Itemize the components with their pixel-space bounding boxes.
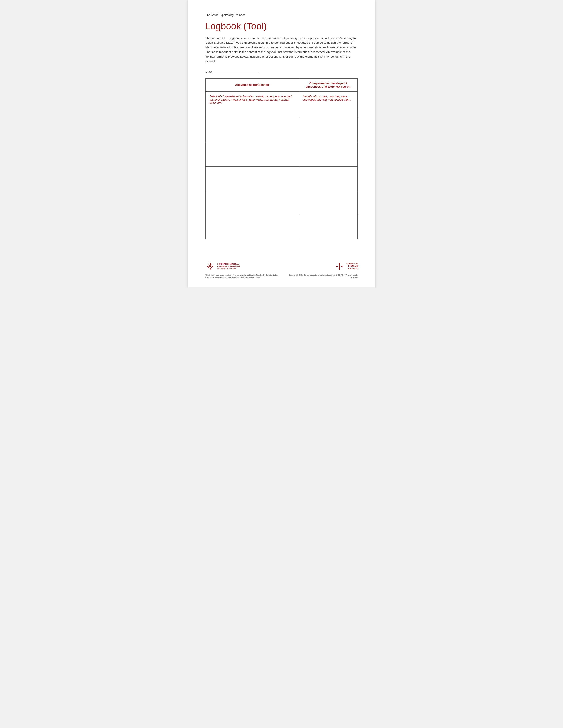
svg-point-11 [207,266,209,267]
footer-bottom: This initiative was made possible throug… [205,274,358,279]
row1-col2: Identify which ones, how they were devel… [299,91,358,118]
table-row [205,215,358,239]
footer-right-logo: FORMATION CONTINUE EN SANTÉ [335,261,358,271]
table-row [205,166,358,191]
date-line: Date: [205,70,358,73]
svg-point-10 [210,268,211,270]
svg-point-18 [339,263,340,265]
row5-col2 [299,191,358,215]
left-org-sub: Volet Université d'Ottawa [217,267,240,269]
page: The Art of Supervising Trainees Logbook … [188,0,375,287]
svg-point-9 [210,263,211,265]
cnfs-logo-icon [205,261,215,271]
table-row [205,191,358,215]
col2-header-line2: Objectives that were worked on [306,85,351,88]
main-title: Logbook (Tool) [205,21,358,32]
left-org-line2: DE FORMATION EN SANTÉ [217,265,240,267]
row3-col2 [299,142,358,166]
row3-col1 [205,142,299,166]
row1-col1: Detail all of the relevant information: … [205,91,299,118]
row6-col1 [205,215,299,239]
row2-col2 [299,118,358,142]
fcs-logo-icon [335,261,344,271]
date-label: Date: [205,70,212,73]
row5-col1 [205,191,299,215]
spacer [205,239,358,253]
footer-right-org-text: FORMATION CONTINUE EN SANTÉ [347,263,358,270]
row4-col1 [205,166,299,191]
left-org-line1: CONSORTIUM NATIONAL [217,263,240,265]
table-row [205,118,358,142]
table-header-row: Activities accomplished Competencies dev… [205,78,358,91]
footer-left-logo: CONSORTIUM NATIONAL DE FORMATION EN SANT… [205,261,240,271]
date-input-line [214,70,258,73]
row4-col2 [299,166,358,191]
right-logo-line1: FORMATION [347,263,358,265]
col2-header: Competencies developed / Objectives that… [299,78,358,91]
row6-col2 [299,215,358,239]
logbook-table: Activities accomplished Competencies dev… [205,78,358,239]
right-logo-line3: EN SANTÉ [347,267,358,270]
row2-col1 [205,118,299,142]
initiative-text: This initiative was made possible throug… [205,274,278,279]
subtitle: The Art of Supervising Trainees [205,13,358,17]
svg-point-12 [212,266,213,267]
table-row: Detail all of the relevant information: … [205,91,358,118]
table-row [205,142,358,166]
svg-point-21 [341,266,343,267]
col1-header: Activities accomplished [205,78,299,91]
right-logo-line2: CONTINUE [347,265,358,267]
footer-left-org-text: CONSORTIUM NATIONAL DE FORMATION EN SANT… [217,263,240,270]
copyright-text: Copyright © 2021, Consortium national de… [285,274,358,279]
svg-point-20 [336,266,338,267]
description-text: The format of the Logbook can be directe… [205,36,358,64]
svg-point-19 [339,268,340,270]
footer: CONSORTIUM NATIONAL DE FORMATION EN SANT… [205,261,358,271]
col2-header-line1: Competencies developed / [309,82,347,85]
